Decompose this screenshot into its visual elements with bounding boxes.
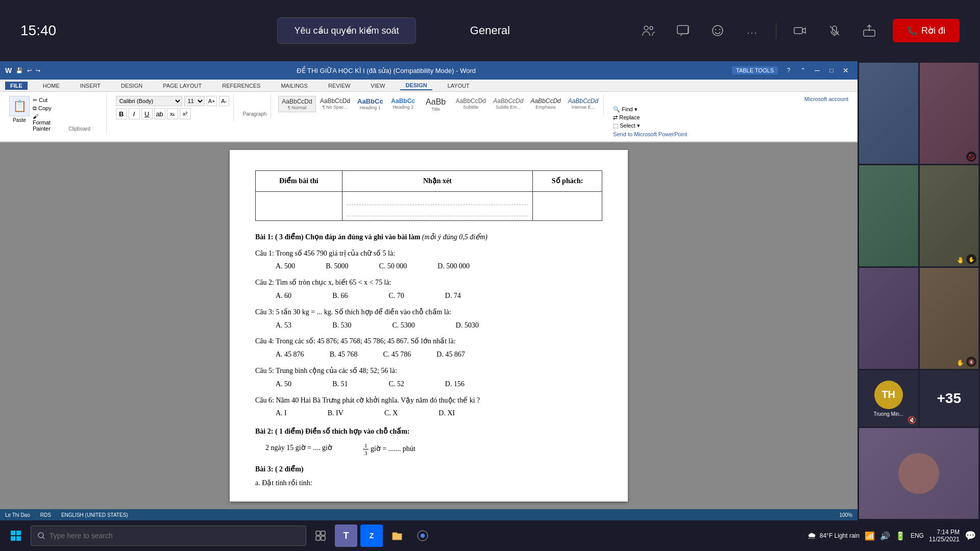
table-score-cell [256,191,342,220]
send-to-ppt-btn[interactable]: Send to Microsoft PowerPoint [613,131,848,137]
action-center-btn[interactable]: 💬 [965,530,976,541]
tab-file[interactable]: FILE [5,82,28,90]
select-btn[interactable]: ⬚ Select ▾ [613,122,848,129]
network-btn[interactable]: 📶 [865,531,875,541]
word-minimize-btn[interactable]: ─ [811,65,824,76]
bold-btn[interactable]: B [116,108,127,119]
font-name-select[interactable]: Calibri (Body) [116,96,182,106]
format-painter-button[interactable]: 🖌 Format Painter [33,113,54,132]
style-normal[interactable]: AaBbCcDd ¶ Normal [278,96,315,112]
table-code-cell [533,191,602,220]
participant-6-hand-icon: ✋ [957,358,964,367]
tab-home[interactable]: HOME [38,82,65,90]
bai2-q2: 1 3 giờ = ....... phút [363,442,415,457]
more-options-btn[interactable]: ... [741,19,764,42]
copy-button[interactable]: ⧉ Copy [33,105,54,112]
clipboard-label: Clipboard [57,125,102,132]
tab-view[interactable]: VIEW [365,82,390,90]
superscript-btn[interactable]: x² [180,108,191,119]
time-display: 7:14 PM [929,529,960,536]
task-view-btn[interactable] [309,524,332,547]
style-intense-em[interactable]: AaBbCcDd Intense E... [565,96,601,111]
microsoft-account-btn[interactable]: Microsoft account [613,96,848,102]
word-help-btn[interactable]: ? [782,65,795,76]
avatar-circle: TH [874,381,903,409]
request-control-button[interactable]: Yêu cầu quyền kiểm soát [277,17,415,44]
tab-layout[interactable]: LAYOUT [443,82,475,90]
table-header-score: Điểm bài thi [256,171,342,192]
svg-rect-17 [321,536,325,540]
style-subtle-em[interactable]: AaBbCcDd Subtle Em... [490,96,526,111]
find-btn[interactable]: 🔍 Find ▾ [613,106,848,113]
tab-references[interactable]: REFERENCES [217,82,265,90]
teams-taskbar-btn[interactable]: T [335,524,357,547]
date-display: 11/25/2021 [929,536,960,543]
battery-btn[interactable]: 🔋 [895,531,905,541]
leave-button[interactable]: 📞 Rời đi [893,19,960,42]
font-shrink-btn[interactable]: A- [219,96,229,106]
participants-icon-btn[interactable] [637,19,659,42]
replace-btn[interactable]: ⇄ Replace [613,114,848,121]
zalo-taskbar-btn[interactable]: Z [360,524,383,547]
cau6-text: Câu 6: Năm 40 Hai Bà Trưng phát cờ khởi … [255,394,602,407]
style-heading2[interactable]: AaBbCc Heading 2 [387,96,419,111]
word-close-btn[interactable]: ✕ [839,65,852,76]
chat-icon-btn[interactable] [672,19,694,42]
chrome-taskbar-btn[interactable] [411,524,434,547]
font-size-select[interactable]: 11 [184,96,205,106]
style-subtitle[interactable]: AaBbCcDd Subtitle [453,96,489,111]
tab-page-layout[interactable]: PAGE LAYOUT [158,82,207,90]
word-maximize-btn[interactable]: □ [825,65,838,76]
taskbar: T Z 🌧 84°F Light rain 📶 🔊 🔋 ENG [0,520,980,551]
bai3-sub: a. Đặt tính rồi tính: [255,477,602,489]
style-heading1[interactable]: AaBbCc Heading 1 [354,96,386,112]
tab-design-tt[interactable]: DESIGN [400,81,432,90]
cau2-answers: A. 60B. 66C. 70D. 74 [255,290,602,302]
video-btn[interactable] [789,19,811,42]
main-area: W 💾 ↩ ↪ ĐỀ THI GIỮA HỌC KÌ I (đã sửa) (C… [0,61,980,520]
participant-cell-6: 🔇 ✋ [920,268,979,369]
svg-point-1 [650,27,653,30]
font-grow-btn[interactable]: A+ [207,96,217,106]
svg-rect-10 [16,531,21,535]
paste-button[interactable]: 📋 Paste [9,96,30,123]
cau3-text: Câu 3: 5 tấn 30 kg = ... kg. Số thích hợ… [255,306,602,318]
explorer-taskbar-btn[interactable] [386,524,408,547]
share-btn[interactable] [858,19,880,42]
exam-table: Điểm bài thi Nhận xét Số phách: [255,170,602,221]
italic-btn[interactable]: I [129,108,140,119]
teams-time: 15:40 [20,22,56,39]
mute-btn[interactable] [823,19,846,42]
word-statusbar: Le Thi Dao RDS ENGLISH (UNITED STATES) 1… [0,509,857,520]
style-no-spacing[interactable]: AaBbCcDd ¶ No Spac... [317,96,353,111]
start-button[interactable] [4,524,28,547]
bai1-title: Bài 1: ( 3 điểm) Chọn đáp án đúng và ghi… [255,231,602,243]
svg-rect-2 [677,26,689,34]
tab-design-main[interactable]: DESIGN [116,82,148,90]
style-title[interactable]: AaBb Title [420,96,452,113]
volume-btn[interactable]: 🔊 [880,531,890,541]
participant-cell-3 [859,165,918,266]
tab-mailings[interactable]: MAILINGS [276,82,313,90]
svg-rect-12 [16,536,21,541]
participants-panel: 🚫 ✋ 🤚 🔇 [857,61,980,520]
cut-button[interactable]: ✂ Cut [33,97,54,104]
tab-insert[interactable]: INSERT [75,82,106,90]
subscript-btn[interactable]: x₂ [167,108,178,119]
avatar-th: TH Truong Min... 🔇 [859,370,918,427]
search-input[interactable] [50,532,300,540]
style-emphasis[interactable]: AaBbCcDd Emphasis [527,96,564,111]
strikethrough-btn[interactable]: ab [154,108,165,119]
reactions-icon-btn[interactable] [706,19,729,42]
word-document-area: W 💾 ↩ ↪ ĐỀ THI GIỮA HỌC KÌ I (đã sửa) (C… [0,61,857,520]
tab-review[interactable]: REVIEW [323,82,355,90]
underline-btn[interactable]: U [141,108,153,119]
svg-rect-14 [316,531,320,535]
svg-rect-11 [11,536,15,541]
bai2-title: Bài 2: ( 1 điểm) Điền số thích hợp vào c… [255,425,602,438]
word-ribbon-toggle-btn[interactable]: ⌃ [796,65,810,76]
participant-cell-1 [859,63,918,164]
status-page: Le Thi Dao [5,512,30,518]
search-bar[interactable] [31,525,306,546]
bai3-title: Bài 3: ( 2 điểm) [255,463,602,475]
